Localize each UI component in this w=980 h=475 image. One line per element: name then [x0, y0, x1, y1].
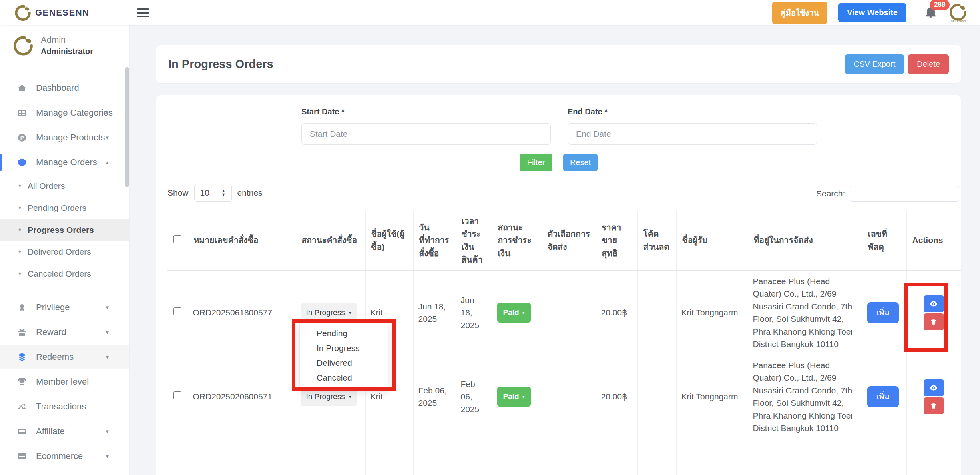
col-parcel-no: เลขที่พัสดุ: [862, 211, 906, 271]
manual-button[interactable]: คู่มือใช้งาน: [772, 2, 827, 24]
search-input[interactable]: [850, 186, 959, 202]
sidebar-item-pending-orders[interactable]: • Pending Orders: [0, 197, 129, 219]
sidebar-user-block: GENESENN Admin Administrator: [0, 25, 129, 65]
row-checkbox[interactable]: [173, 307, 181, 315]
categories-icon: [17, 108, 27, 118]
dropdown-option-delivered[interactable]: Delivered: [300, 355, 388, 370]
start-date-input[interactable]: [301, 123, 551, 145]
sidebar-item-progress-orders[interactable]: • Progress Orders: [0, 219, 129, 241]
sidebar-item-affiliate[interactable]: Affiliate ▾: [0, 419, 129, 444]
notifications-button[interactable]: 288: [924, 5, 938, 20]
end-date-input[interactable]: [568, 123, 817, 145]
shipping-address-cell: Panacee Plus (Head Quater) Co., Ltd., 2/…: [748, 355, 862, 439]
bullet-icon: •: [18, 247, 21, 256]
caret-down-icon: ▾: [106, 304, 109, 311]
col-order-date: วันที่ทำการสั่งซื้อ: [413, 211, 456, 271]
col-order-status: สถานะคำสั่งซื้อ: [296, 211, 365, 271]
dropdown-option-canceled[interactable]: Canceled: [300, 370, 388, 385]
row-checkbox[interactable]: [173, 391, 181, 399]
sidebar-item-member-level[interactable]: Member level: [0, 369, 129, 394]
page-title: In Progress Orders: [168, 58, 273, 71]
dropdown-option-in-progress[interactable]: In Progress: [300, 341, 388, 355]
caret-down-icon: ▾: [106, 428, 109, 435]
sidebar-item-manage-products[interactable]: P Manage Products ▾: [0, 125, 129, 150]
sidebar-item-redeems[interactable]: Redeems ▾: [0, 345, 129, 369]
net-price-cell: 20.00฿: [596, 271, 637, 355]
delete-order-button[interactable]: [924, 313, 944, 330]
show-label: Show: [167, 188, 189, 198]
view-website-button[interactable]: View Website: [838, 3, 906, 22]
page-size-select[interactable]: 10 ▲▼: [194, 184, 232, 202]
sidebar-item-reward[interactable]: Reward ▾: [0, 320, 129, 345]
table-row: ORD2025020600571 In Progress ▾ Krit Feb …: [167, 355, 961, 439]
col-shipping-address: ที่อยู่ในการจัดส่ง: [748, 211, 862, 271]
sidebar-item-dashboard[interactable]: Dashboard: [0, 76, 129, 100]
add-parcel-button[interactable]: เพิ่ม: [867, 386, 899, 407]
delete-button[interactable]: Delete: [908, 54, 949, 74]
caret-down-icon: ▾: [106, 109, 109, 116]
caret-down-icon: ▾: [522, 393, 525, 400]
sidebar-item-manage-categories[interactable]: Manage Categories ▾: [0, 100, 129, 125]
brand-name: GENESENN: [35, 8, 89, 18]
medal-icon: [17, 303, 27, 312]
table-header-row: หมายเลขคำสั่งซื้อ สถานะคำสั่งซื้อ ชื่อผู…: [167, 211, 961, 271]
sidebar-item-delivered-orders[interactable]: • Delivered Orders: [0, 241, 129, 263]
shipping-option-cell: -: [542, 355, 596, 439]
dropdown-option-pending[interactable]: Pending: [300, 326, 388, 341]
search-label: Search:: [816, 189, 845, 198]
csv-export-button[interactable]: CSV Export: [845, 54, 904, 74]
notification-count-badge: 288: [930, 0, 950, 10]
caret-up-icon: ▴: [106, 159, 109, 166]
sidebar-item-privilege[interactable]: Privilege ▾: [0, 295, 129, 320]
sidebar-item-canceled-orders[interactable]: • Canceled Orders: [0, 263, 129, 285]
select-arrows-icon: ▲▼: [221, 189, 226, 196]
caret-down-icon: ▾: [522, 309, 525, 316]
discount-code-cell: -: [637, 271, 676, 355]
user-role: Administrator: [41, 47, 93, 56]
filter-button[interactable]: Filter: [520, 154, 552, 171]
product-p-icon: P: [17, 133, 27, 142]
order-no-cell: ORD2025020600571: [188, 355, 296, 439]
sidebar-scrollbar[interactable]: [125, 67, 129, 187]
genesenn-avatar-icon: [950, 3, 967, 21]
table-row: ORD2025011000556 In Progress ▾ Paradorn …: [167, 439, 961, 475]
orders-card: Start Date * End Date * Filter Reset Sho…: [156, 95, 961, 475]
svg-text:P: P: [20, 135, 24, 141]
caret-down-icon: ▾: [349, 393, 351, 400]
layers-icon: [17, 352, 27, 362]
view-order-button[interactable]: [924, 295, 944, 312]
shipping-option-cell: -: [542, 271, 596, 355]
col-actions: Actions: [906, 211, 961, 271]
sidebar-item-transactions[interactable]: Transactions: [0, 394, 129, 419]
caret-down-icon: ▾: [106, 353, 109, 361]
bullet-icon: •: [18, 203, 21, 212]
sidebar-item-manage-orders[interactable]: Manage Orders ▴: [0, 150, 129, 175]
brand-logo[interactable]: GENESENN: [15, 5, 89, 21]
sidebar-item-all-orders[interactable]: • All Orders: [0, 175, 129, 197]
hamburger-menu-icon[interactable]: [137, 8, 149, 17]
end-date-label: End Date *: [568, 107, 608, 116]
order-date-cell: Feb 06, 2025: [413, 355, 456, 439]
recipient-cell: Krit Tongngarm: [676, 271, 748, 355]
payment-status-dropdown-button[interactable]: Paid ▾: [497, 303, 531, 323]
order-status-dropdown-button[interactable]: In Progress ▾: [301, 303, 357, 322]
shipping-option-cell: สำหรับ ทดสอบ เท่านั้น ห้าม: [542, 439, 596, 475]
view-order-button[interactable]: [924, 379, 944, 396]
shuffle-icon: [17, 402, 27, 411]
reset-button[interactable]: Reset: [563, 154, 598, 171]
payment-status-dropdown-button[interactable]: Paid ▾: [497, 387, 531, 407]
divider: [0, 65, 129, 65]
trash-icon: [930, 318, 937, 325]
discount-code-cell: -: [637, 355, 676, 439]
sidebar-item-ecommerce[interactable]: Ecommerce ▾: [0, 444, 129, 469]
main-content: In Progress Orders CSV Export Delete Sta…: [130, 25, 980, 475]
order-status-dropdown-menu: Pending In Progress Delivered Canceled: [299, 322, 388, 389]
order-status-dropdown-button[interactable]: In Progress ▾: [301, 387, 357, 406]
avatar-caption: GENESENN: [951, 20, 966, 22]
delete-order-button[interactable]: [924, 397, 944, 414]
profile-avatar[interactable]: GENESENN: [949, 3, 968, 22]
select-all-checkbox[interactable]: [173, 235, 181, 243]
payment-time-cell: Jun 18, 2025: [456, 271, 492, 355]
add-parcel-button[interactable]: เพิ่ม: [867, 302, 899, 323]
shipping-address-cell: Panacee Plus (Head Quater) Co., Ltd., 2/…: [748, 271, 862, 355]
